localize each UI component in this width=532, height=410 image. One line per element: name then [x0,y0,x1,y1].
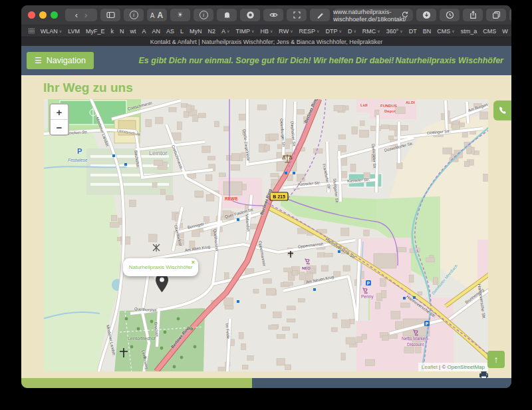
bookmark-item[interactable]: A [142,28,146,35]
up-arrow-icon: ↑ [494,354,499,365]
zoom-in-button[interactable]: + [51,104,68,120]
site-brand: Naturheilpraxis Wischhöfer [396,46,503,75]
bookmark-item[interactable]: TIMP∨ [236,28,255,35]
chevron-down-icon: ∨ [377,29,380,33]
tab-overview-button[interactable] [486,9,506,21]
phone-icon [498,106,507,115]
bookmark-item[interactable]: AS [166,28,174,35]
browser-window: ‹ › i A A ☀ i www.naturheilpraxis-wi [21,5,511,388]
map-popup: Naturheilpraxis Wischhöfer × [123,258,198,276]
info-icon: i [130,11,138,19]
bookmark-item[interactable]: LVM [68,28,80,35]
bookmark-item[interactable]: D∨ [348,28,356,35]
markup-button[interactable] [310,9,330,21]
phone-contact-button[interactable] [493,101,511,120]
cloud-tabs-button[interactable] [509,9,511,21]
close-button[interactable] [28,11,35,19]
downloads-button[interactable] [416,9,436,21]
bookmark-item[interactable]: DTP∨ [326,28,342,35]
bookmark-item[interactable]: RMC∨ [362,28,380,35]
svg-text:P: P [426,321,429,326]
shield-clock-icon [446,11,454,19]
page-title: Ihr Weg zu uns [43,81,133,95]
share-icon [469,11,477,19]
eye-icon [269,11,278,19]
appearance-button[interactable]: ☀ [170,9,190,21]
bookmark-item[interactable]: RW∨ [279,28,293,35]
bookmark-item[interactable]: MyF_E [86,28,105,35]
extension-ghost-button[interactable] [217,9,237,21]
reload-icon[interactable] [401,11,409,20]
bookmark-item[interactable]: RESP∨ [299,28,320,35]
page-footer [21,378,511,388]
tab-bar[interactable]: Kontakt & Anfahrt | Naturheilpraxis Wisc… [21,37,511,47]
tabs-icon [492,11,501,19]
zoom-button[interactable] [51,11,58,19]
share-button[interactable] [463,9,483,21]
pen-icon [316,11,325,19]
sidebar-icon [106,11,115,19]
chevron-down-icon: ∨ [251,29,254,33]
osm-link[interactable]: OpenStreetMap [448,364,485,370]
bookmark-item[interactable]: CMS [483,28,496,35]
map-marker[interactable] [156,274,168,292]
bookmark-item[interactable]: W [502,28,508,35]
bookmark-item[interactable]: wt [130,28,136,35]
chevron-down-icon: ∨ [290,29,293,33]
chevron-down-icon: ∨ [400,29,402,33]
bookmarks-grid-icon[interactable]: ⣿⣿ [28,28,35,34]
badge-icon [246,11,255,19]
sidebar-button[interactable] [100,9,120,21]
map-container[interactable]: P P B 215 Luise-Wyneken- [44,99,488,371]
route-badge: B 215 [270,192,288,200]
leaflet-link[interactable]: Leaflet [422,364,438,370]
page-content: Ihr Weg zu uns [21,75,511,378]
url-field[interactable]: www.naturheilpraxis-wischhoefer.de/18kon… [333,9,413,21]
svg-text:P: P [367,281,370,286]
info-circle-icon: i [200,11,208,19]
reader-info-button[interactable]: i [124,9,144,21]
zoom-out-button[interactable]: − [51,120,68,134]
expand-icon [293,11,301,19]
sun-icon: ☀ [177,11,184,19]
bookmark-item[interactable]: AN [152,28,161,35]
browser-toolbar: ‹ › i A A ☀ i www.naturheilpraxis-wi [21,5,511,25]
chevron-down-icon: ∨ [317,29,319,33]
scroll-top-button[interactable]: ↑ [487,351,505,368]
bookmark-item[interactable]: HB∨ [260,28,273,35]
bookmark-item[interactable]: MyN [190,28,202,35]
bookmark-item[interactable]: stm_a [461,28,477,35]
bookmark-item[interactable]: BN [423,28,432,35]
chevron-down-icon: ∨ [339,29,342,33]
bookmark-item[interactable]: DT [409,28,417,35]
site-info-button[interactable]: i [194,9,213,21]
extension-eye-button[interactable] [263,9,283,21]
map-zoom-control: + − [49,103,69,136]
back-button[interactable]: ‹ [72,10,81,20]
privacy-report-button[interactable] [440,9,460,21]
map-canvas: P P B 215 [44,99,488,371]
bookmark-item[interactable]: N2 [208,28,216,35]
bookmarks-bar: ⣿⣿ WLAN∨LVMMyF_EkNwtAANASLMyNN2A∨TIMP∨HB… [21,25,511,37]
bookmark-item[interactable]: N [120,28,124,35]
fullscreen-button[interactable] [287,9,307,21]
bookmark-item[interactable]: WLAN∨ [41,28,62,35]
bookmark-item[interactable]: L [180,28,184,35]
tab-title: Kontakt & Anfahrt | Naturheilpraxis Wisc… [150,39,383,45]
chevron-down-icon: ∨ [353,29,356,33]
text-size-button[interactable]: A A [147,9,167,21]
forward-button[interactable]: › [81,10,90,20]
bookmark-item[interactable]: CMS∨ [437,28,454,35]
site-header: ☰ Navigation Es gibt Dich nur einmal. So… [21,46,511,75]
popup-close-button[interactable]: × [192,259,195,266]
map-attribution: Leaflet | © OpenStreetMap [418,363,488,371]
chevron-down-icon: ∨ [452,29,454,33]
history-nav: ‹ › [65,9,97,21]
extension-badge-button[interactable] [240,9,260,21]
bookmark-item[interactable]: A∨ [221,28,229,35]
minimize-button[interactable] [39,11,47,19]
bookmark-item[interactable]: 360°∨ [386,28,403,35]
chevron-down-icon: ∨ [227,29,229,33]
bookmark-item[interactable]: k [111,28,114,35]
ghost-icon [223,11,231,19]
